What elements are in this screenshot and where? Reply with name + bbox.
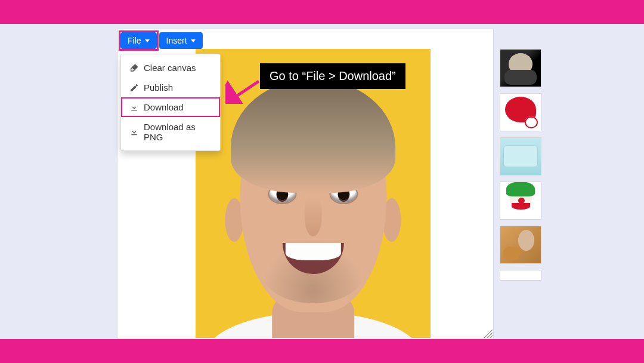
menu-download-png[interactable]: Download as PNG	[121, 117, 220, 147]
thumb-tiger-king[interactable]	[500, 226, 541, 264]
menu-item-label: Download	[144, 102, 184, 112]
thumb-face-mask[interactable]	[500, 137, 541, 176]
banner-top	[0, 0, 644, 24]
portrait-face	[221, 90, 404, 338]
file-button[interactable]: File	[120, 32, 157, 49]
resize-handle[interactable]	[484, 330, 493, 338]
thumb-more[interactable]	[500, 270, 541, 281]
menu-publish[interactable]: Publish	[121, 78, 220, 97]
menubar: File Insert	[117, 29, 206, 53]
thumb-joker-clown[interactable]	[500, 182, 541, 220]
sticker-thumbnails	[500, 49, 543, 281]
caret-down-icon	[191, 39, 196, 42]
menu-item-label: Download as PNG	[144, 122, 212, 142]
svg-line-0	[230, 81, 259, 100]
callout-arrow-icon	[225, 78, 261, 104]
insert-button-label: Insert	[166, 36, 187, 45]
insert-button[interactable]: Insert	[159, 32, 203, 49]
menu-item-label: Clear canvas	[144, 63, 196, 73]
file-dropdown: Clear canvas Publish Download Download a…	[120, 54, 221, 151]
tooltip-text: Go to “File > Download”	[270, 69, 396, 82]
file-button-label: File	[128, 36, 141, 45]
banner-bottom	[0, 339, 644, 363]
callout-tooltip: Go to “File > Download”	[260, 63, 405, 89]
download-icon	[129, 127, 139, 137]
thumb-bernie-mittens[interactable]	[500, 49, 541, 87]
edit-icon	[129, 83, 139, 93]
thumb-santa-hat[interactable]	[500, 93, 541, 131]
download-icon	[129, 103, 139, 112]
menu-clear-canvas[interactable]: Clear canvas	[121, 58, 220, 78]
eraser-icon	[129, 63, 139, 73]
menu-download[interactable]: Download	[121, 97, 220, 117]
menu-item-label: Publish	[144, 82, 173, 93]
caret-down-icon	[145, 39, 150, 42]
file-button-highlight: File	[120, 32, 157, 49]
